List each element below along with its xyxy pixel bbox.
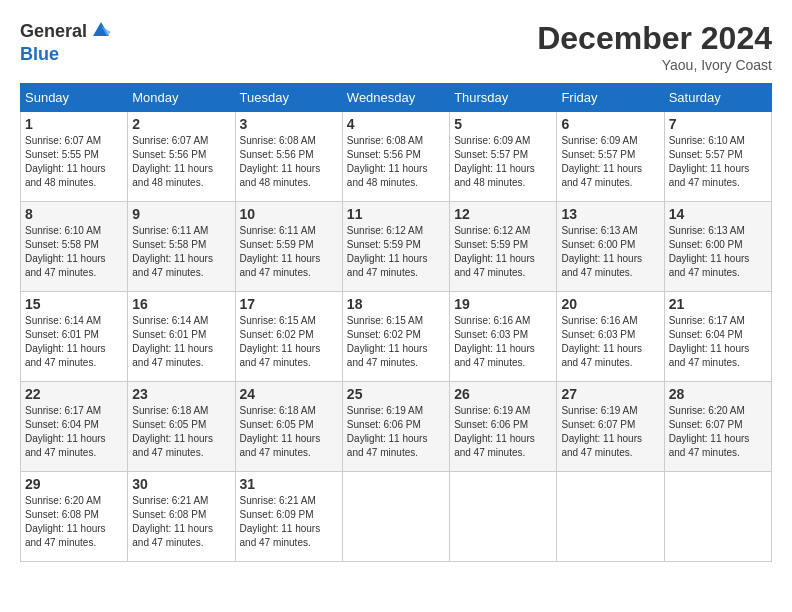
weekday-tuesday: Tuesday [235, 84, 342, 112]
day-cell [342, 472, 449, 562]
weekday-wednesday: Wednesday [342, 84, 449, 112]
day-info: Sunrise: 6:10 AMSunset: 5:57 PMDaylight:… [669, 134, 767, 190]
day-cell: 2Sunrise: 6:07 AMSunset: 5:56 PMDaylight… [128, 112, 235, 202]
day-number: 21 [669, 296, 767, 312]
day-number: 26 [454, 386, 552, 402]
day-cell: 17Sunrise: 6:15 AMSunset: 6:02 PMDayligh… [235, 292, 342, 382]
day-info: Sunrise: 6:19 AMSunset: 6:06 PMDaylight:… [347, 404, 445, 460]
logo-general: General [20, 21, 87, 43]
day-info: Sunrise: 6:18 AMSunset: 6:05 PMDaylight:… [132, 404, 230, 460]
weekday-header: SundayMondayTuesdayWednesdayThursdayFrid… [21, 84, 772, 112]
day-cell [450, 472, 557, 562]
day-number: 14 [669, 206, 767, 222]
day-cell [557, 472, 664, 562]
day-info: Sunrise: 6:19 AMSunset: 6:06 PMDaylight:… [454, 404, 552, 460]
day-info: Sunrise: 6:16 AMSunset: 6:03 PMDaylight:… [454, 314, 552, 370]
day-info: Sunrise: 6:09 AMSunset: 5:57 PMDaylight:… [454, 134, 552, 190]
day-cell: 14Sunrise: 6:13 AMSunset: 6:00 PMDayligh… [664, 202, 771, 292]
calendar-body: 1Sunrise: 6:07 AMSunset: 5:55 PMDaylight… [21, 112, 772, 562]
day-number: 4 [347, 116, 445, 132]
week-row-4: 22Sunrise: 6:17 AMSunset: 6:04 PMDayligh… [21, 382, 772, 472]
day-number: 6 [561, 116, 659, 132]
day-number: 1 [25, 116, 123, 132]
day-info: Sunrise: 6:11 AMSunset: 5:58 PMDaylight:… [132, 224, 230, 280]
day-info: Sunrise: 6:14 AMSunset: 6:01 PMDaylight:… [25, 314, 123, 370]
day-info: Sunrise: 6:12 AMSunset: 5:59 PMDaylight:… [347, 224, 445, 280]
day-cell: 13Sunrise: 6:13 AMSunset: 6:00 PMDayligh… [557, 202, 664, 292]
day-cell: 11Sunrise: 6:12 AMSunset: 5:59 PMDayligh… [342, 202, 449, 292]
day-cell: 29Sunrise: 6:20 AMSunset: 6:08 PMDayligh… [21, 472, 128, 562]
logo: General Blue [20, 20, 113, 66]
day-info: Sunrise: 6:14 AMSunset: 6:01 PMDaylight:… [132, 314, 230, 370]
day-number: 9 [132, 206, 230, 222]
day-info: Sunrise: 6:16 AMSunset: 6:03 PMDaylight:… [561, 314, 659, 370]
day-cell: 30Sunrise: 6:21 AMSunset: 6:08 PMDayligh… [128, 472, 235, 562]
week-row-5: 29Sunrise: 6:20 AMSunset: 6:08 PMDayligh… [21, 472, 772, 562]
day-number: 30 [132, 476, 230, 492]
day-number: 15 [25, 296, 123, 312]
day-number: 22 [25, 386, 123, 402]
day-cell: 9Sunrise: 6:11 AMSunset: 5:58 PMDaylight… [128, 202, 235, 292]
day-info: Sunrise: 6:08 AMSunset: 5:56 PMDaylight:… [240, 134, 338, 190]
day-number: 12 [454, 206, 552, 222]
day-cell: 12Sunrise: 6:12 AMSunset: 5:59 PMDayligh… [450, 202, 557, 292]
day-number: 17 [240, 296, 338, 312]
calendar: SundayMondayTuesdayWednesdayThursdayFrid… [20, 83, 772, 562]
day-cell: 20Sunrise: 6:16 AMSunset: 6:03 PMDayligh… [557, 292, 664, 382]
day-cell: 4Sunrise: 6:08 AMSunset: 5:56 PMDaylight… [342, 112, 449, 202]
day-cell: 31Sunrise: 6:21 AMSunset: 6:09 PMDayligh… [235, 472, 342, 562]
day-number: 16 [132, 296, 230, 312]
day-cell: 22Sunrise: 6:17 AMSunset: 6:04 PMDayligh… [21, 382, 128, 472]
day-number: 18 [347, 296, 445, 312]
location: Yaou, Ivory Coast [537, 57, 772, 73]
day-cell: 15Sunrise: 6:14 AMSunset: 6:01 PMDayligh… [21, 292, 128, 382]
weekday-saturday: Saturday [664, 84, 771, 112]
day-info: Sunrise: 6:18 AMSunset: 6:05 PMDaylight:… [240, 404, 338, 460]
day-cell: 6Sunrise: 6:09 AMSunset: 5:57 PMDaylight… [557, 112, 664, 202]
day-info: Sunrise: 6:08 AMSunset: 5:56 PMDaylight:… [347, 134, 445, 190]
day-number: 19 [454, 296, 552, 312]
day-info: Sunrise: 6:07 AMSunset: 5:56 PMDaylight:… [132, 134, 230, 190]
day-cell: 28Sunrise: 6:20 AMSunset: 6:07 PMDayligh… [664, 382, 771, 472]
day-cell: 8Sunrise: 6:10 AMSunset: 5:58 PMDaylight… [21, 202, 128, 292]
day-info: Sunrise: 6:20 AMSunset: 6:08 PMDaylight:… [25, 494, 123, 550]
logo-icon [89, 18, 113, 42]
day-info: Sunrise: 6:12 AMSunset: 5:59 PMDaylight:… [454, 224, 552, 280]
day-number: 8 [25, 206, 123, 222]
day-number: 13 [561, 206, 659, 222]
day-number: 28 [669, 386, 767, 402]
day-number: 24 [240, 386, 338, 402]
day-cell: 3Sunrise: 6:08 AMSunset: 5:56 PMDaylight… [235, 112, 342, 202]
day-cell: 18Sunrise: 6:15 AMSunset: 6:02 PMDayligh… [342, 292, 449, 382]
day-number: 3 [240, 116, 338, 132]
day-cell: 26Sunrise: 6:19 AMSunset: 6:06 PMDayligh… [450, 382, 557, 472]
day-info: Sunrise: 6:17 AMSunset: 6:04 PMDaylight:… [669, 314, 767, 370]
day-cell: 27Sunrise: 6:19 AMSunset: 6:07 PMDayligh… [557, 382, 664, 472]
day-number: 11 [347, 206, 445, 222]
day-info: Sunrise: 6:13 AMSunset: 6:00 PMDaylight:… [669, 224, 767, 280]
week-row-2: 8Sunrise: 6:10 AMSunset: 5:58 PMDaylight… [21, 202, 772, 292]
day-info: Sunrise: 6:07 AMSunset: 5:55 PMDaylight:… [25, 134, 123, 190]
day-cell: 23Sunrise: 6:18 AMSunset: 6:05 PMDayligh… [128, 382, 235, 472]
weekday-thursday: Thursday [450, 84, 557, 112]
day-number: 2 [132, 116, 230, 132]
day-number: 23 [132, 386, 230, 402]
day-info: Sunrise: 6:13 AMSunset: 6:00 PMDaylight:… [561, 224, 659, 280]
day-number: 10 [240, 206, 338, 222]
title-section: December 2024 Yaou, Ivory Coast [537, 20, 772, 73]
day-number: 27 [561, 386, 659, 402]
day-cell: 21Sunrise: 6:17 AMSunset: 6:04 PMDayligh… [664, 292, 771, 382]
weekday-friday: Friday [557, 84, 664, 112]
day-cell [664, 472, 771, 562]
day-info: Sunrise: 6:15 AMSunset: 6:02 PMDaylight:… [240, 314, 338, 370]
day-cell: 1Sunrise: 6:07 AMSunset: 5:55 PMDaylight… [21, 112, 128, 202]
day-number: 20 [561, 296, 659, 312]
day-cell: 5Sunrise: 6:09 AMSunset: 5:57 PMDaylight… [450, 112, 557, 202]
month-title: December 2024 [537, 20, 772, 57]
day-info: Sunrise: 6:19 AMSunset: 6:07 PMDaylight:… [561, 404, 659, 460]
logo-blue: Blue [20, 44, 113, 66]
page-header: General Blue December 2024 Yaou, Ivory C… [20, 20, 772, 73]
day-number: 29 [25, 476, 123, 492]
day-cell: 24Sunrise: 6:18 AMSunset: 6:05 PMDayligh… [235, 382, 342, 472]
day-info: Sunrise: 6:21 AMSunset: 6:09 PMDaylight:… [240, 494, 338, 550]
